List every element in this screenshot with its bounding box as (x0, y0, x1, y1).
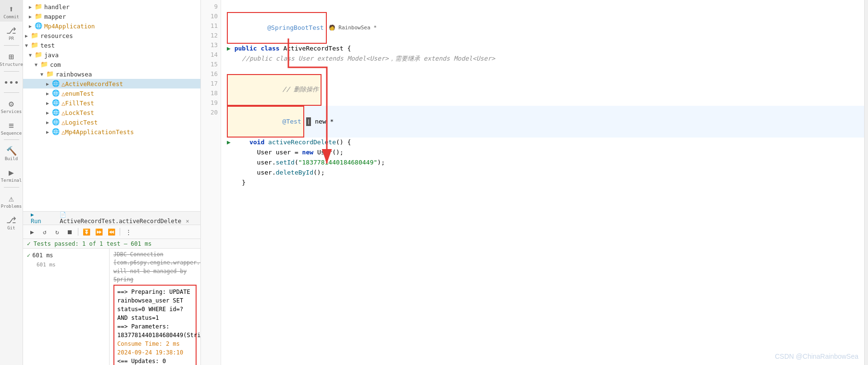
str-id: "1837781440184680449" (298, 158, 377, 168)
tree-item-indicator: △ (62, 128, 65, 136)
tree-item-name: handler (44, 3, 70, 11)
tree-item-handler[interactable]: ▶ 📁 handler (23, 2, 200, 12)
sidebar-item-build[interactable]: 🔨 Build (0, 142, 23, 164)
tree-item-resources[interactable]: ▶ 📁 resources (23, 31, 200, 40)
sidebar-item-terminal[interactable]: ▶ Terminal (0, 164, 23, 185)
sidebar-item-commit[interactable]: ⬆ Commit (0, 0, 23, 22)
tree-item-java[interactable]: ▼ 📁 java (23, 50, 200, 60)
comment-line12: //public class User extends Model<User>，… (227, 54, 495, 64)
tree-item-active-record-test[interactable]: ▶ 🌐 △ ActiveRecordTest (23, 79, 200, 88)
run-stop-button[interactable]: ⏹ (64, 227, 75, 237)
folder-icon: 📁 (35, 13, 42, 20)
tree-item-name: java (44, 51, 59, 59)
java-test-icon: 🌐 (52, 89, 60, 97)
run-sub-item[interactable]: 601 ms (23, 260, 109, 269)
folder-icon: 📁 (35, 51, 42, 59)
line-num: 12 (201, 31, 218, 40)
java-test-icon: 🌐 (52, 128, 60, 136)
scrollbar-right[interactable] (864, 0, 868, 365)
comment-delete: // 删除操作 (267, 86, 319, 93)
run-more-button[interactable]: ⋮ (123, 227, 134, 237)
sidebar-item-sequence[interactable]: ≡ Sequence (0, 116, 23, 138)
line-num: 14 (201, 50, 218, 60)
run-import-button[interactable]: ⏪ (106, 227, 117, 237)
tab-close-button[interactable]: × (186, 218, 189, 225)
fn-deletebyid: deleteById (276, 168, 313, 178)
folder-icon: 📁 (40, 61, 48, 68)
run-toolbar: ▶ ↺ ↻ ⏹ ⏬ ⏩ ⏪ ⋮ (23, 225, 200, 239)
tree-item-name: Mp4ApplicationTests (65, 128, 134, 136)
code-line-9 (227, 2, 864, 12)
tree-item-lock-test[interactable]: ▶ 🌐 △ LockTest (23, 108, 200, 117)
sidebar: ⬆ Commit ⎇ PR ⊞ Structure ••• ⚙ Services… (0, 0, 23, 365)
toolbar-sep-2 (120, 228, 120, 236)
run-expand-button[interactable]: ⏬ (81, 227, 92, 237)
arrow-icon: ▶ (46, 101, 52, 106)
tree-item-mapper[interactable]: ▶ 📁 mapper (23, 12, 200, 21)
tree-item-enum-test[interactable]: ▶ 🌐 △ enumTest (23, 88, 200, 98)
run-export-button[interactable]: ⏩ (94, 227, 104, 237)
tree-item-name: LockTest (65, 109, 94, 116)
annotation-test: @Test (267, 118, 301, 125)
tree-item-com[interactable]: ▼ 📁 com (23, 60, 200, 69)
run-gutter-icon-16: ▶ (227, 138, 235, 148)
output-line-jdbc: JDBC Connection [com.p6spy.engine.wrappe… (113, 251, 197, 284)
code-line-16: ▶ void activeRecordDelete () { (227, 138, 864, 148)
tree-item-mp4-tests[interactable]: ▶ 🌐 △ Mp4ApplicationTests (23, 127, 200, 137)
sidebar-label-services: Services (1, 110, 22, 114)
tab-run[interactable]: ▶ Run (27, 210, 52, 227)
run-left-item[interactable]: ✓ 601 ms (23, 251, 109, 260)
sidebar-label-build: Build (5, 157, 18, 162)
tree-item-name: resources (40, 32, 73, 39)
fn-setid: setId (276, 158, 295, 168)
run-rerun-button[interactable]: ↺ (39, 227, 50, 237)
sequence-icon: ≡ (9, 120, 14, 130)
code-editor[interactable]: @SpringBootTest 🧑 RainbowSea * ▶ public … (221, 0, 864, 365)
tree-item-mp4app[interactable]: ▶ 🌐 Mp4Application (23, 21, 200, 31)
line-num: 10 (201, 12, 218, 21)
cursor-marker: | (306, 117, 311, 126)
watermark: CSDN @ChinaRainbowSea (775, 352, 858, 360)
kw-public: public (235, 44, 257, 54)
tree-item-fill-test[interactable]: ▶ 🌐 △ FillTest (23, 98, 200, 108)
run-tab-icon: ▶ (31, 212, 34, 218)
tree-item-indicator: △ (62, 119, 65, 126)
terminal-icon: ▶ (9, 167, 14, 177)
code-line-10: @SpringBootTest 🧑 RainbowSea * (227, 12, 864, 44)
line-num: 20 (201, 108, 218, 117)
line-num: 11 (201, 21, 218, 31)
output-line-preparing: ==> Preparing: UPDATE rainbowsea_user SE… (117, 288, 193, 322)
tree-item-logic-test[interactable]: ▶ 🌐 △ LogicTest (23, 117, 200, 127)
tree-item-name: rainbowsea (56, 71, 92, 78)
tree-item-name: com (50, 61, 61, 68)
tree-item-test[interactable]: ▼ 📁 test (23, 40, 200, 50)
sidebar-label-terminal: Terminal (1, 178, 22, 183)
tree-item-rainbowsea[interactable]: ▼ 📁 rainbowsea (23, 69, 200, 79)
tree-item-name: test (40, 42, 55, 49)
run-sub-time: 601 ms (37, 262, 56, 268)
run-left-panel: ✓ 601 ms 601 ms (23, 249, 110, 365)
output-line-params: ==> Parameters: 1837781440184680449(Stri… (117, 322, 193, 340)
services-icon: ⚙ (9, 99, 14, 109)
sidebar-item-pr[interactable]: ⎇ PR (0, 22, 23, 43)
sidebar-item-services[interactable]: ⚙ Services (0, 95, 23, 116)
class-name: ActiveRecordTest (283, 44, 343, 54)
sidebar-label-commit: Commit (3, 15, 19, 20)
run-restart-button[interactable]: ▶ (27, 227, 37, 237)
sidebar-item-structure[interactable]: ⊞ Structure (0, 48, 23, 69)
kw-new: new (302, 148, 313, 158)
sidebar-label-structure: Structure (0, 63, 23, 67)
annotation-springboottest: @SpringBootTest (267, 24, 323, 31)
tab-active-record[interactable]: 📄 ActiveRecordTest.activeRecordDelete × (56, 210, 197, 227)
run-rerun-failed-button[interactable]: ↻ (52, 227, 62, 237)
sidebar-divider-3 (4, 92, 19, 93)
arrow-icon: ▶ (29, 4, 35, 10)
sidebar-item-problems[interactable]: ⚠ Problems (0, 189, 23, 211)
sidebar-divider-5 (4, 187, 19, 188)
cls-user-new: User (317, 148, 332, 158)
pr-icon: ⎇ (6, 25, 16, 36)
sidebar-item-git[interactable]: ⎇ Git (0, 211, 23, 233)
run-results: ✓ 601 ms 601 ms JDBC Connection [com.p6s… (23, 249, 200, 365)
pass-check-icon: ✓ (27, 252, 30, 259)
sidebar-item-more[interactable]: ••• (0, 74, 23, 90)
